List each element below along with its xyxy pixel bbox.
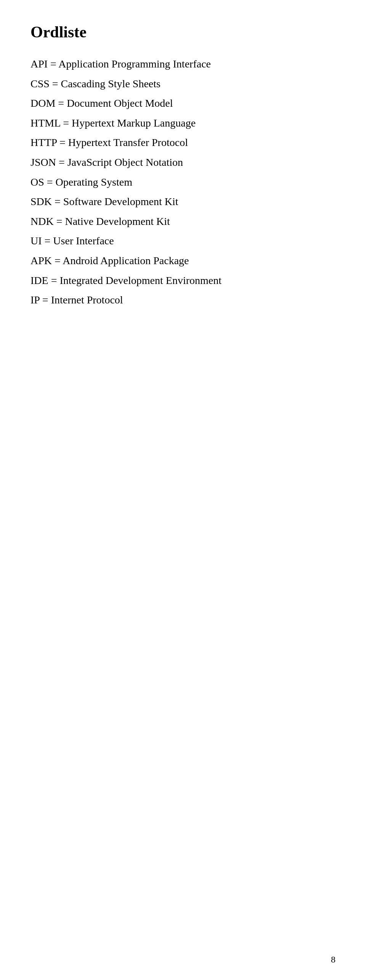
page-title: Ordliste bbox=[30, 23, 336, 41]
glossary-item: SDK = Software Development Kit bbox=[30, 192, 336, 211]
glossary-item: IP = Internet Protocol bbox=[30, 291, 336, 309]
glossary-item: DOM = Document Object Model bbox=[30, 94, 336, 112]
glossary-item: NDK = Native Development Kit bbox=[30, 212, 336, 231]
glossary-item: CSS = Cascading Style Sheets bbox=[30, 75, 336, 93]
glossary-item: JSON = JavaScript Object Notation bbox=[30, 153, 336, 172]
glossary-item: OS = Operating System bbox=[30, 173, 336, 191]
glossary-item: HTML = Hypertext Markup Language bbox=[30, 114, 336, 132]
glossary-item: IDE = Integrated Development Environment bbox=[30, 271, 336, 290]
glossary-item: UI = User Interface bbox=[30, 232, 336, 250]
glossary-list: API = Application Programming InterfaceC… bbox=[30, 55, 336, 309]
page-number: 8 bbox=[331, 954, 336, 965]
glossary-item: HTTP = Hypertext Transfer Protocol bbox=[30, 133, 336, 152]
glossary-item: APK = Android Application Package bbox=[30, 252, 336, 270]
page-container: Ordliste API = Application Programming I… bbox=[0, 0, 366, 980]
glossary-item: API = Application Programming Interface bbox=[30, 55, 336, 73]
